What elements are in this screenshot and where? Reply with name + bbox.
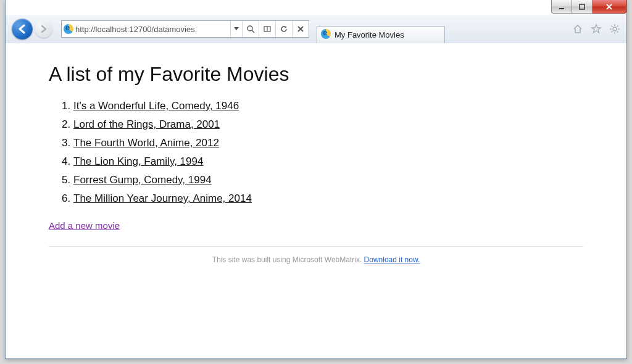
svg-rect-1 xyxy=(580,4,584,9)
footer-text: This site was built using Microsoft WebM… xyxy=(212,255,364,264)
page-title: A list of my Favorite Movies xyxy=(49,63,583,86)
footer-download-link[interactable]: Download it now. xyxy=(364,255,420,264)
movie-link[interactable]: Forrest Gump, Comedy, 1994 xyxy=(73,174,212,186)
svg-line-14 xyxy=(612,31,613,33)
list-item: The Lion King, Family, 1994 xyxy=(73,152,583,171)
add-movie-link[interactable]: Add a new movie xyxy=(49,220,120,231)
address-bar[interactable] xyxy=(61,20,309,38)
window-maximize-button[interactable] xyxy=(572,0,592,14)
svg-point-6 xyxy=(613,27,617,31)
svg-rect-0 xyxy=(559,8,564,9)
list-item: Lord of the Rings, Drama, 2001 xyxy=(73,115,583,134)
movie-link[interactable]: The Lion King, Family, 1994 xyxy=(73,155,203,167)
browser-toolbar: My Favorite Movies xyxy=(6,15,626,44)
movie-list: It's a Wonderful Life, Comedy, 1946 Lord… xyxy=(49,97,583,208)
ie-icon xyxy=(321,29,331,41)
browser-window: My Favorite Movies A list of my Favorite… xyxy=(5,0,627,359)
url-dropdown-button[interactable] xyxy=(230,21,242,37)
movie-link[interactable]: The Million Year Journey, Anime, 2014 xyxy=(73,192,252,204)
svg-line-11 xyxy=(612,26,613,27)
nav-forward-button[interactable] xyxy=(35,20,52,38)
page-content: A list of my Favorite Movies It's a Wond… xyxy=(6,43,626,358)
list-item: Forrest Gump, Comedy, 1994 xyxy=(73,171,583,189)
list-item: It's a Wonderful Life, Comedy, 1946 xyxy=(73,97,583,115)
browser-tab[interactable]: My Favorite Movies xyxy=(317,26,445,44)
home-button[interactable] xyxy=(570,21,586,37)
tab-title: My Favorite Movies xyxy=(335,30,404,39)
window-close-button[interactable] xyxy=(592,0,626,14)
movie-link[interactable]: The Fourth World, Anime, 2012 xyxy=(73,137,219,149)
ie-icon xyxy=(62,24,75,34)
svg-point-2 xyxy=(247,26,252,31)
refresh-button[interactable] xyxy=(275,21,292,37)
svg-line-3 xyxy=(252,30,254,33)
footer: This site was built using Microsoft WebM… xyxy=(49,255,583,264)
search-button[interactable] xyxy=(242,21,259,37)
nav-back-button[interactable] xyxy=(12,19,33,39)
list-item: The Million Year Journey, Anime, 2014 xyxy=(73,189,583,208)
svg-line-12 xyxy=(617,31,618,33)
compat-view-button[interactable] xyxy=(259,21,275,37)
window-controls xyxy=(551,0,626,14)
window-minimize-button[interactable] xyxy=(551,0,572,14)
favorites-button[interactable] xyxy=(588,21,604,37)
tools-button[interactable] xyxy=(607,21,623,37)
url-input[interactable] xyxy=(75,25,230,34)
footer-divider xyxy=(49,246,583,247)
movie-link[interactable]: Lord of the Rings, Drama, 2001 xyxy=(73,118,220,130)
list-item: The Fourth World, Anime, 2012 xyxy=(73,134,583,152)
stop-button[interactable] xyxy=(292,21,309,37)
movie-link[interactable]: It's a Wonderful Life, Comedy, 1946 xyxy=(73,100,239,112)
svg-line-13 xyxy=(617,26,618,27)
